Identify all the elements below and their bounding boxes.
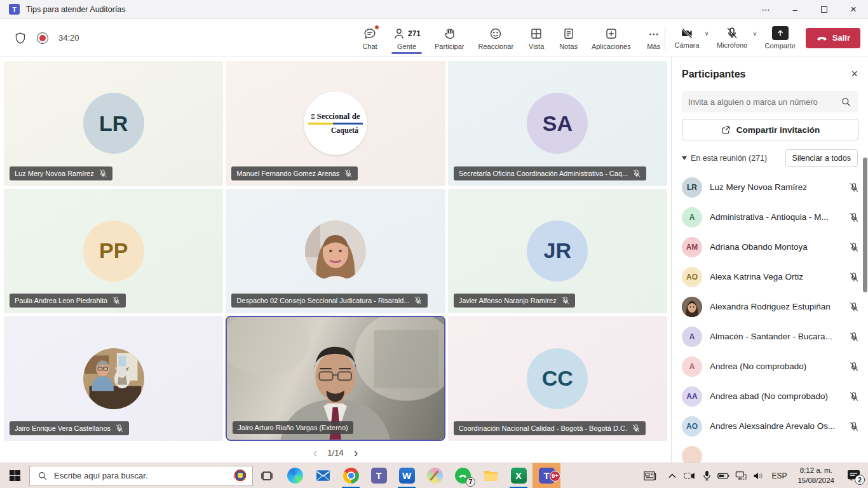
- taskbar-whatsapp-icon[interactable]: 7: [449, 463, 477, 488]
- taskbar-excel-icon[interactable]: X: [505, 463, 532, 488]
- tab-participar[interactable]: Participar: [430, 23, 469, 53]
- mic-off-icon: [344, 169, 353, 178]
- maximize-button[interactable]: [810, 0, 839, 19]
- chat-activity-dot: [374, 25, 379, 30]
- taskbar-chrome-icon[interactable]: [337, 463, 365, 488]
- taskbar-edge-icon[interactable]: [281, 463, 309, 488]
- video-tile[interactable]: PP Paula Andrea Leon Piedrahita: [4, 189, 223, 314]
- taskbar-search-placeholder: Escribe aquí para buscar.: [54, 471, 227, 480]
- photo-avatar: [682, 297, 702, 317]
- taskbar-search[interactable]: Escribe aquí para buscar.: [29, 466, 253, 486]
- invite-search-box[interactable]: [682, 91, 858, 112]
- taskbar-word-icon[interactable]: W: [393, 463, 421, 488]
- tray-chevron-up-icon[interactable]: [666, 473, 679, 478]
- chat-icon: [363, 27, 376, 40]
- share-button[interactable]: Comparte: [764, 25, 797, 51]
- participant-name-label: Coordinación Nacional Calidad - Bogotá -…: [459, 424, 627, 432]
- phone-end-icon: [816, 32, 827, 44]
- mic-off-icon: [632, 169, 641, 178]
- invite-search-input[interactable]: [688, 97, 841, 107]
- speaker-icon[interactable]: [752, 471, 764, 480]
- more-options-icon[interactable]: ⋯: [751, 0, 780, 19]
- meeting-timer: 34:20: [58, 33, 79, 43]
- participant-row[interactable]: LR Luz Mery Novoa Ramírez: [672, 172, 868, 202]
- clock[interactable]: 8:12 a. m. 15/08/2024: [797, 466, 834, 485]
- tab-aplicaciones[interactable]: Aplicaciones: [587, 23, 636, 53]
- video-tile[interactable]: Despacho 02 Consejo Seccional Judicatura…: [226, 189, 445, 314]
- panel-close-icon[interactable]: ×: [851, 67, 858, 81]
- active-tab-underline: [391, 52, 422, 54]
- minimize-button[interactable]: –: [780, 0, 810, 19]
- active-speaker-tile[interactable]: Jairo Arturo Riaño Vargas (Externo): [226, 316, 445, 441]
- news-widget-icon[interactable]: [644, 470, 656, 482]
- toolbar-tabs: Chat 271 Gente Participar Reaccionar Vis…: [356, 23, 668, 53]
- view-grid-icon: [530, 27, 543, 40]
- mic-off-icon: [414, 296, 423, 305]
- notification-center-icon[interactable]: 2: [843, 470, 864, 482]
- video-stage: LR Luz Mery Novoa Ramírez ⑄ Seccional de…: [0, 57, 671, 463]
- close-button[interactable]: ×: [839, 0, 868, 19]
- network-icon[interactable]: [735, 471, 747, 480]
- video-tile[interactable]: SA Secretaría Oficina Coordinación Admin…: [448, 61, 667, 186]
- mute-all-button[interactable]: Silenciar a todos: [785, 149, 858, 167]
- mic-chevron-icon[interactable]: ∨: [752, 30, 757, 37]
- tab-chat[interactable]: Chat: [356, 23, 384, 53]
- participant-row[interactable]: A Almacén - Santander - Bucara...: [672, 322, 868, 351]
- react-smiley-icon: [489, 27, 502, 40]
- video-tile[interactable]: ⑄ Seccional de Caquetá Manuel Fernando G…: [226, 61, 445, 186]
- tab-reaccionar[interactable]: Reaccionar: [473, 23, 519, 53]
- tab-vista[interactable]: Vista: [522, 23, 550, 53]
- task-view-button[interactable]: [253, 463, 281, 488]
- taskbar-mail-icon[interactable]: [309, 463, 337, 488]
- system-tray: ESP 8:12 a. m. 15/08/2024 2: [644, 466, 868, 485]
- prev-page-icon[interactable]: ‹: [313, 446, 318, 459]
- camera-button[interactable]: Cámara: [673, 25, 700, 50]
- battery-icon[interactable]: [717, 472, 730, 480]
- participant-name-label: Jairo Arturo Riaño Vargas (Externo): [238, 424, 348, 431]
- taskbar-teams-icon[interactable]: T: [365, 463, 393, 488]
- participant-row[interactable]: AA Andrea abad (No comprobado): [672, 381, 868, 411]
- share-invitation-button[interactable]: Compartir invitación: [682, 119, 858, 140]
- avatar: LR: [682, 177, 702, 198]
- taskbar-explorer-icon[interactable]: [477, 463, 505, 488]
- mic-off-icon: [849, 182, 859, 193]
- share-up-arrow-icon: [772, 26, 789, 40]
- participant-name-label: Luz Mery Novoa Ramírez: [15, 170, 94, 177]
- participant-row[interactable]: AO Alexa Katrina Vega Ortiz: [672, 262, 868, 292]
- mic-button[interactable]: Micrófono: [715, 25, 749, 50]
- meet-now-camera-icon[interactable]: [683, 471, 696, 480]
- participant-row[interactable]: A Andrea (No comprobado): [672, 351, 868, 381]
- participant-name-label: Jairo Enrique Vera Castellanos: [15, 424, 111, 432]
- participant-row[interactable]: AM Adriana Obando Montoya: [672, 232, 868, 262]
- avatar: LR: [83, 93, 144, 154]
- taskbar-paint-icon[interactable]: [421, 463, 449, 488]
- camera-chevron-icon[interactable]: ∨: [705, 30, 709, 37]
- tab-notas[interactable]: Notas: [554, 23, 583, 53]
- logo-underline: [308, 123, 363, 125]
- photo-avatar: [83, 348, 144, 409]
- panel-scrollbar[interactable]: [863, 158, 867, 292]
- leave-button[interactable]: Salir: [806, 28, 860, 48]
- video-tile[interactable]: LR Luz Mery Novoa Ramírez: [4, 61, 223, 186]
- video-tile[interactable]: Jairo Enrique Vera Castellanos: [4, 316, 223, 441]
- toolbar-divider: [665, 26, 665, 50]
- start-button[interactable]: [0, 463, 29, 488]
- participant-row[interactable]: [672, 441, 868, 463]
- mic-off-icon: [849, 362, 859, 372]
- participants-panel: Participantes × Compartir invitación En …: [671, 57, 868, 463]
- participant-name-label: Manuel Fernando Gomez Arenas: [236, 170, 339, 177]
- next-page-icon[interactable]: ›: [354, 446, 358, 459]
- participant-row[interactable]: AO Andres Alexsaindre Arevalo Os...: [672, 411, 868, 441]
- video-tile[interactable]: CC Coordinación Nacional Calidad - Bogot…: [448, 316, 667, 441]
- title-bar: T Tips para atender Auditorías ⋯ – ×: [0, 0, 868, 19]
- avatar: AM: [682, 237, 702, 257]
- participant-row[interactable]: A Administrativa - Antioquia - M...: [672, 202, 868, 232]
- tab-mas[interactable]: ⋯ Más: [640, 23, 668, 53]
- participant-row[interactable]: Alexandra Rodriguez Estupiñan: [672, 292, 868, 322]
- tray-mic-icon[interactable]: [700, 470, 713, 481]
- language-indicator[interactable]: ESP: [771, 471, 787, 480]
- section-in-meeting[interactable]: En esta reunión (271): [682, 154, 767, 163]
- tab-gente[interactable]: 271 Gente: [388, 23, 426, 53]
- taskbar-teams-active-icon[interactable]: T 9+: [532, 463, 560, 488]
- video-tile[interactable]: JR Javier Alfonso Naranjo Ramirez: [448, 189, 667, 314]
